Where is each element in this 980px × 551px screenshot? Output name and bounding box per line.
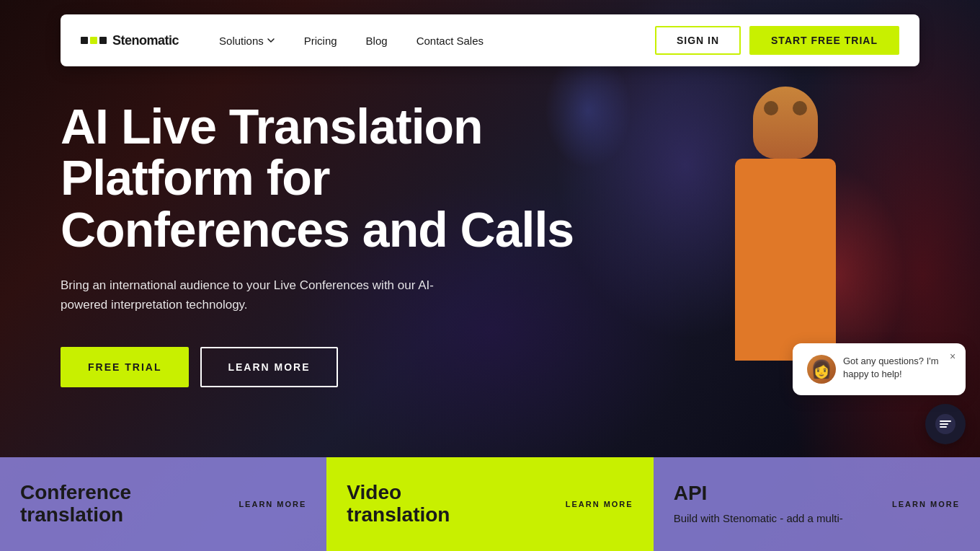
nav-links: Solutions Pricing Blog Contact Sales	[208, 29, 655, 53]
conference-card: Conference translation LEARN MORE	[0, 457, 326, 551]
chat-widget: Got any questions? I'm happy to help! ×	[793, 343, 966, 444]
learn-more-button[interactable]: LEARN MORE	[200, 347, 337, 387]
video-card: Video translation LEARN MORE	[326, 457, 653, 551]
solutions-nav-link[interactable]: Solutions	[208, 29, 287, 53]
blog-label: Blog	[366, 35, 388, 47]
logo-square-2	[90, 37, 97, 44]
solutions-label: Solutions	[219, 35, 264, 47]
api-card-description: Build with Stenomatic - add a multi-	[674, 511, 892, 526]
chat-bubble: Got any questions? I'm happy to help! ×	[793, 343, 966, 395]
hero-subtitle: Bring an international audience to your …	[61, 276, 464, 314]
start-free-trial-button[interactable]: START FREE TRIAL	[749, 26, 899, 55]
free-trial-button[interactable]: FREE TRIAL	[61, 347, 189, 387]
pricing-label: Pricing	[304, 35, 337, 47]
blog-nav-link[interactable]: Blog	[355, 29, 399, 53]
video-learn-more-link[interactable]: LEARN MORE	[566, 500, 633, 508]
contact-sales-label: Contact Sales	[416, 35, 484, 47]
api-card-content: API Build with Stenomatic - add a multi-…	[674, 482, 960, 526]
logo[interactable]: Stenomatic	[81, 33, 179, 48]
chat-close-button[interactable]: ×	[945, 349, 960, 363]
chat-icon	[935, 414, 956, 434]
chat-toggle-button[interactable]	[925, 404, 966, 444]
hero-content: AI Live Translation Platform for Confere…	[61, 101, 579, 387]
speaker-torso	[735, 159, 836, 361]
video-card-title: Video translation	[347, 482, 565, 526]
api-card-title: API	[674, 482, 892, 505]
video-card-content: Video translation LEARN MORE	[347, 482, 633, 526]
nav-actions: SIGN IN START FREE TRIAL	[655, 26, 899, 55]
bottom-cards: Conference translation LEARN MORE Video …	[0, 457, 980, 551]
pricing-nav-link[interactable]: Pricing	[293, 29, 349, 53]
api-card-text-area: API Build with Stenomatic - add a multi-	[674, 482, 892, 526]
conference-card-title: Conference translation	[20, 482, 239, 526]
sign-in-button[interactable]: SIGN IN	[655, 26, 741, 55]
hero-title: AI Live Translation Platform for Confere…	[61, 101, 579, 255]
contact-sales-nav-link[interactable]: Contact Sales	[405, 29, 495, 53]
hero-buttons: FREE TRIAL LEARN MORE	[61, 347, 579, 387]
api-learn-more-link[interactable]: LEARN MORE	[892, 500, 960, 508]
api-card: API Build with Stenomatic - add a multi-…	[654, 457, 980, 551]
logo-square-1	[81, 37, 88, 44]
logo-square-3	[99, 37, 107, 44]
chevron-down-icon	[267, 36, 275, 45]
navbar: Stenomatic Solutions Pricing Blog Contac…	[61, 14, 919, 66]
conference-card-content: Conference translation LEARN MORE	[20, 482, 306, 526]
logo-text: Stenomatic	[112, 33, 179, 48]
logo-icon	[81, 37, 107, 44]
speaker-head	[753, 87, 818, 159]
conference-learn-more-link[interactable]: LEARN MORE	[239, 500, 306, 508]
chat-bubble-text: Got any questions? I'm happy to help!	[843, 355, 951, 381]
chat-avatar	[807, 355, 836, 384]
